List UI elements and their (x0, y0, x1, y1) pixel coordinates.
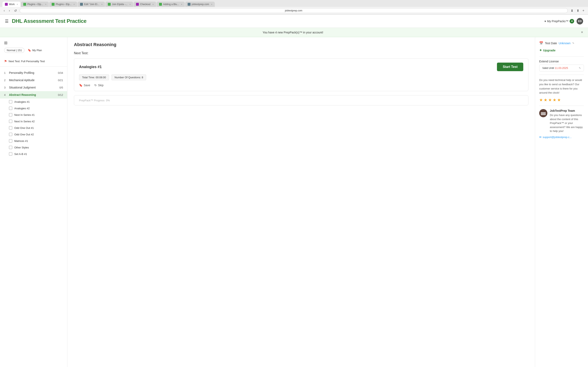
forward-button[interactable]: › (8, 8, 11, 13)
sidebar-item-personality[interactable]: 1 Personality Profiling 0/34 (0, 69, 67, 76)
tab-favicon-adding (159, 3, 162, 6)
progress-label: PrepPack™ Progress (79, 99, 104, 102)
sub-item-analogies2[interactable]: Analogies #2 (0, 105, 67, 111)
app-title: DHL Assessment Test Practice (12, 18, 86, 24)
sub-item-label-oddone1: Odd One Out #1 (14, 126, 34, 129)
sub-item-icon-otherstyles (9, 146, 12, 149)
tab-close-checkout[interactable]: × (153, 3, 154, 6)
test-date-label: Test Date (545, 42, 557, 45)
test-actions: 🔖 Save ↻ Skip (79, 83, 523, 87)
total-time-badge: Total Time: 00:08:00 (79, 75, 109, 80)
extend-license-section: Extend License Valid Until 11.03.2025 ✎ (539, 60, 584, 71)
test-name: Analogies #1 (79, 65, 102, 69)
upgrade-button[interactable]: ✦ Upgrade (539, 48, 584, 52)
item-score-mechanical: 0/21 (58, 79, 63, 82)
banner-message: You have 4 new PrepPack(s)™ in your acco… (5, 31, 581, 34)
tab-adding[interactable]: Adding a Blu... × (156, 2, 185, 7)
sub-item-nextseries2[interactable]: Next In Series #2 (0, 118, 67, 125)
my-plan-button[interactable]: 🔖 My Plan (26, 48, 43, 53)
progress-section: PrepPack™ Progress 0% (74, 95, 528, 105)
support-email-link[interactable]: ✉ support@jobtestprep.c... (539, 136, 584, 139)
main-layout: ⊞ Normal | 151 🔖 My Plan ⚑ Next Test: Fu… (0, 37, 588, 367)
sidebar-item-abstract[interactable]: 4 Abstract Reasoning 0/12 (0, 91, 67, 99)
sub-item-label-nextseries2: Next In Series #2 (14, 120, 35, 123)
team-name: JobTestPrep Team (550, 109, 584, 112)
download-icon[interactable]: ⬇ (570, 8, 575, 13)
address-bar[interactable]: jobtestprep.com (20, 8, 568, 13)
tab-close-join[interactable]: × (130, 3, 131, 6)
item-score-abstract: 0/12 (58, 93, 63, 96)
save-button[interactable]: 🔖 Save (79, 83, 90, 87)
tab-label-join: Join Elpida -... (112, 3, 127, 6)
tab-edit[interactable]: Edit "Join El... × (78, 2, 105, 7)
test-date-value[interactable]: Unknown (559, 42, 571, 45)
start-test-button[interactable]: Start Test (497, 63, 523, 71)
next-test-label: Next Test: (74, 51, 528, 55)
tab-work[interactable]: Work × (2, 2, 20, 7)
tab-close-work[interactable]: × (17, 3, 18, 6)
tab-close-edit[interactable]: × (101, 3, 103, 6)
sub-item-label-nextseries1: Next In Series #1 (14, 113, 35, 117)
banner-close-button[interactable]: × (581, 30, 583, 34)
tab-label-edit: Edit "Join El... (84, 3, 99, 6)
sidebar-section: 1 Personality Profiling 0/34 2 Mechanica… (0, 68, 67, 160)
tab-jobtest[interactable]: jobtestprep.com × (185, 2, 215, 7)
sub-item-icon-analogies2 (9, 107, 12, 110)
content-title: Abstract Reasoning (74, 42, 528, 47)
new-tab-icon[interactable]: + (581, 8, 586, 13)
team-section: JobTestPrep Team Do you have any questio… (539, 109, 584, 133)
license-edit-icon[interactable]: ✎ (579, 67, 581, 69)
tab-close-plugins1[interactable]: × (45, 3, 46, 6)
divider-1 (539, 56, 584, 57)
tab-close-plugins2[interactable]: × (73, 3, 75, 6)
sub-item-oddone2[interactable]: Odd One Out #2 (0, 131, 67, 138)
test-date-edit-icon[interactable]: ✎ (572, 42, 574, 45)
calendar-icon: 📅 (539, 41, 543, 45)
item-num-4: 4 (4, 93, 9, 96)
tab-label-adding: Adding a Blu... (163, 3, 179, 6)
notification-banner: You have 4 new PrepPack(s)™ in your acco… (0, 28, 588, 37)
star-1: ★ (539, 98, 543, 102)
sidebar-item-situational[interactable]: 3 Situational Judgment 0/5 (0, 84, 67, 91)
sub-item-analogies1[interactable]: Analogies #1 (0, 99, 67, 105)
tab-plugins1[interactable]: Plugins ‹ Elp... × (21, 2, 49, 7)
tab-label-plugins1: Plugins ‹ Elp... (27, 3, 43, 6)
item-num-3: 3 (4, 86, 9, 89)
chevron-down-icon: ▾ (545, 20, 546, 23)
sub-item-label-otherstyles: Other Styles (14, 146, 29, 149)
tab-close-adding[interactable]: × (181, 3, 182, 6)
tab-plugins2[interactable]: Plugins ‹ Elp... × (49, 2, 77, 7)
sidebar-filters: Normal | 151 🔖 My Plan (4, 48, 63, 53)
sub-item-label-matrices1: Matrices #1 (14, 140, 28, 142)
svg-point-0 (539, 109, 547, 117)
sidebar: ⊞ Normal | 151 🔖 My Plan ⚑ Next Test: Fu… (0, 37, 67, 367)
valid-until-text: Valid Until 11.03.2025 (542, 67, 568, 69)
progress-value: 0% (106, 99, 110, 102)
sub-item-icon-nextseries1 (9, 113, 12, 117)
skip-button[interactable]: ↻ Skip (94, 83, 104, 87)
sub-item-oddone1[interactable]: Odd One Out #1 (0, 125, 67, 131)
share-icon[interactable]: ⬆ (575, 8, 580, 13)
tab-join[interactable]: Join Elpida -... × (105, 2, 133, 7)
avatar[interactable]: ED (577, 18, 583, 25)
back-button[interactable]: ‹ (2, 8, 6, 13)
header-right: ▾ My PrepPacks™ 4 ED (545, 18, 583, 25)
star-2: ★ (544, 98, 547, 102)
tab-checkout[interactable]: Checkout × (134, 2, 156, 7)
refresh-button[interactable]: ↺ (13, 8, 18, 13)
app-header: ☰ DHL Assessment Test Practice ▾ My Prep… (0, 15, 588, 28)
progress-text: PrepPack™ Progress 0% (79, 99, 110, 102)
right-panel: 📅 Test Date Unknown ✎ ✦ Upgrade Extend L… (535, 37, 588, 367)
team-info: JobTestPrep Team Do you have any questio… (550, 109, 584, 133)
sub-item-nextseries1[interactable]: Next In Series #1 (0, 111, 67, 118)
sidebar-item-mechanical[interactable]: 2 Mechanical Aptitude 0/21 (0, 76, 67, 84)
sub-item-setab1[interactable]: Set A-B #1 (0, 151, 67, 157)
preppack-button[interactable]: ▾ My PrepPacks™ 4 (545, 19, 574, 24)
sub-item-otherstyles[interactable]: Other Styles (0, 144, 67, 151)
hamburger-menu-icon[interactable]: ☰ (5, 19, 9, 24)
normal-filter-badge[interactable]: Normal | 151 (4, 48, 25, 53)
sub-item-matrices1[interactable]: Matrices #1 (0, 138, 67, 144)
header-left: ☰ DHL Assessment Test Practice (5, 18, 86, 24)
tab-close-jobtest[interactable]: × (211, 3, 212, 6)
content-area: Abstract Reasoning Next Test: Analogies … (67, 37, 535, 367)
